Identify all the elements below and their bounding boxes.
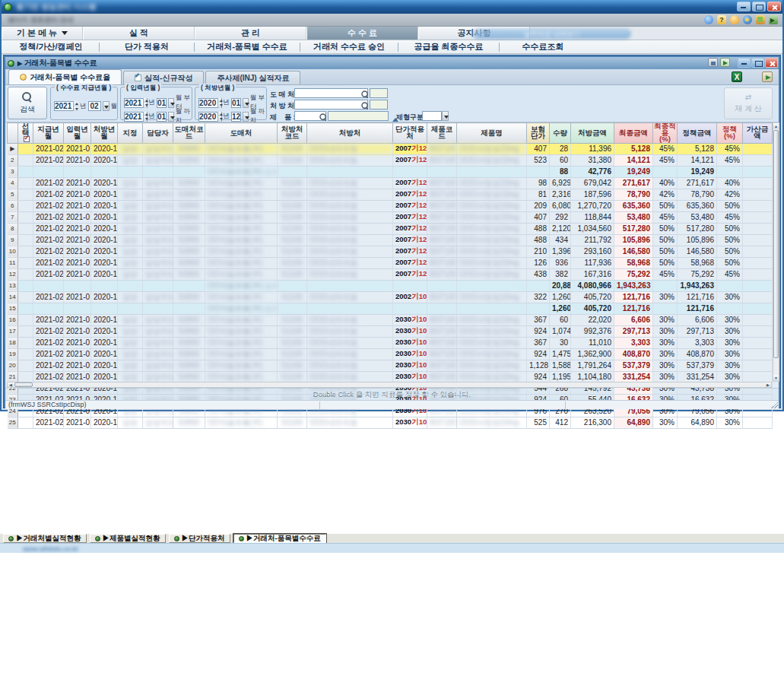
- column-header-3[interactable]: 입력년월: [64, 123, 91, 144]
- row-select-checkbox[interactable]: [18, 280, 33, 291]
- theme-icon[interactable]: [756, 15, 765, 24]
- help-icon[interactable]: ?: [717, 15, 726, 24]
- pay-month-select[interactable]: 02: [88, 101, 101, 111]
- grid-row-3[interactable]: 3OO약품유통(주) 소계8842,77619,24919,249: [8, 166, 773, 177]
- taskbar-button-3[interactable]: ▶단가적용처: [169, 534, 230, 543]
- search-button[interactable]: 검색: [8, 87, 47, 119]
- column-header-21[interactable]: 가산금액: [743, 123, 773, 144]
- row-select-checkbox[interactable]: [18, 314, 33, 325]
- pay-month-dropdown-icon[interactable]: [103, 101, 110, 111]
- rx-from-month-select[interactable]: 01: [231, 98, 241, 108]
- column-header-19[interactable]: 정책금액: [678, 123, 717, 144]
- form-tab-3[interactable]: 주사제(INJ) 실적자료: [205, 71, 300, 84]
- column-header-2[interactable]: 지급년월: [33, 123, 64, 144]
- row-select-checkbox[interactable]: [18, 291, 33, 303]
- quick-action-button[interactable]: 실적자료 내려받기: [473, 29, 631, 39]
- submenu-item-1[interactable]: 정책/가산/캠페인: [5, 41, 97, 52]
- row-select-checkbox[interactable]: [18, 200, 33, 211]
- grid-row-4[interactable]: 42021-022021-012020-12일반담당자명50890OO약품유통(…: [8, 177, 773, 189]
- column-header-9[interactable]: 처방처코드: [278, 123, 307, 144]
- column-header-15[interactable]: 수량: [550, 123, 571, 144]
- maximize-button[interactable]: [752, 2, 766, 11]
- recalculate-button[interactable]: ⇄ 재 계 산: [724, 87, 773, 119]
- row-select-checkbox[interactable]: [18, 268, 33, 280]
- column-header-14[interactable]: 보험단가: [527, 123, 550, 144]
- grid-row-18[interactable]: 182021-022021-012020-12일반담당자명50890OO약품유통…: [8, 337, 773, 348]
- grid-row-5[interactable]: 52021-022021-012020-12일반담당자명50890OO약품유통(…: [8, 189, 773, 200]
- column-header-16[interactable]: 처방금액: [571, 123, 614, 144]
- excel-icon[interactable]: X: [732, 71, 742, 82]
- rx-to-dropdown-icon[interactable]: [243, 112, 248, 122]
- column-header-1[interactable]: 선택: [18, 123, 33, 144]
- exit-icon[interactable]: [769, 15, 778, 24]
- product-search-icon[interactable]: [319, 113, 324, 118]
- prescriber-name-field[interactable]: [370, 100, 388, 109]
- vertical-scrollbar[interactable]: ▲ ▼: [773, 122, 779, 382]
- grid-row-6[interactable]: 62021-022021-012020-12일반담당자명50890OO약품유통(…: [8, 200, 773, 211]
- grid-row-19[interactable]: 192021-022021-012020-12일반담당자명50890OO약품유통…: [8, 348, 773, 360]
- grid-row-16[interactable]: 162021-022021-012020-12일반담당자명50890OO약품유통…: [8, 314, 773, 325]
- menu-tab-2[interactable]: 실 적: [83, 27, 195, 40]
- row-select-checkbox[interactable]: [18, 360, 33, 371]
- row-select-checkbox[interactable]: [18, 143, 33, 154]
- close-form-icon[interactable]: [762, 71, 773, 82]
- horizontal-scroll-thumb[interactable]: [14, 382, 33, 387]
- column-header-13[interactable]: 제품명: [457, 123, 527, 144]
- grid-row-25[interactable]: 252021-022021-012020-12일반담당자명50890OO약품유통…: [8, 417, 773, 428]
- grid-row-7[interactable]: 72021-022021-012020-12일반담당자명50890OO약품유통(…: [8, 211, 773, 223]
- column-header-12[interactable]: 제품코드: [427, 123, 457, 144]
- grid-row-12[interactable]: 122021-022021-012020-12일반담당자명50890OO약품유통…: [8, 268, 773, 280]
- submenu-item-3[interactable]: 거래처-품목별 수수료: [196, 41, 298, 52]
- submenu-item-6[interactable]: 수수료조회: [501, 41, 585, 52]
- column-header-8[interactable]: 도매처: [205, 123, 278, 144]
- menu-tab-3[interactable]: 관 리: [195, 27, 306, 40]
- menu-tab-1[interactable]: 기 본 메 뉴: [2, 27, 83, 40]
- prescriber-search-icon[interactable]: [361, 102, 366, 106]
- product-name-field[interactable]: [328, 111, 389, 121]
- input-to-month-select[interactable]: 01: [157, 112, 167, 122]
- product-input[interactable]: [294, 111, 326, 121]
- grid-row-10[interactable]: 102021-022021-012020-12일반담당자명50890OO약품유통…: [8, 246, 773, 257]
- submenu-item-5[interactable]: 공급율 최종수수료: [400, 41, 497, 52]
- column-header-10[interactable]: 처방처: [307, 123, 393, 144]
- grid-row-15[interactable]: 15OO약품유통(주) 소계1,260405,720121,716121,716: [8, 303, 773, 314]
- rx-from-dropdown-icon[interactable]: [243, 98, 248, 108]
- wholesaler-search-icon[interactable]: [361, 90, 366, 95]
- row-select-checkbox[interactable]: [18, 177, 33, 189]
- scroll-left-icon[interactable]: ◀: [8, 382, 14, 387]
- submenu-item-4[interactable]: 거래처 수수료 승인: [302, 41, 396, 52]
- globe-icon[interactable]: [743, 15, 752, 24]
- form-type-select[interactable]: [422, 111, 442, 121]
- minimize-button[interactable]: [737, 2, 751, 11]
- wholesaler-input[interactable]: [294, 88, 368, 98]
- row-select-checkbox[interactable]: [18, 417, 33, 428]
- input-from-dropdown-icon[interactable]: [168, 98, 173, 108]
- taskbar-button-2[interactable]: ▶제품별실적현황: [90, 534, 166, 543]
- input-from-month-select[interactable]: 01: [157, 98, 167, 108]
- grid-row-17[interactable]: 172021-022021-012020-12일반담당자명50890OO약품유통…: [8, 325, 773, 337]
- grid-row-8[interactable]: 82021-022021-012020-12일반담당자명50890OO약품유통(…: [8, 223, 773, 234]
- row-select-checkbox[interactable]: [18, 371, 33, 382]
- vertical-scroll-thumb[interactable]: [773, 130, 779, 358]
- row-select-checkbox[interactable]: [18, 234, 33, 246]
- row-select-checkbox[interactable]: [18, 246, 33, 257]
- column-header-6[interactable]: 담당자: [143, 123, 173, 144]
- export-icon[interactable]: [720, 58, 730, 67]
- submenu-item-2[interactable]: 단가 적용처: [101, 41, 192, 52]
- column-header-20[interactable]: 정책 (%): [717, 123, 743, 144]
- form-tab-1[interactable]: 거래처-품목별 수수료율: [8, 69, 122, 84]
- row-select-checkbox[interactable]: [18, 348, 33, 360]
- scroll-down-icon[interactable]: ▼: [773, 375, 779, 381]
- form-minimize-button[interactable]: [738, 58, 751, 68]
- column-header-17[interactable]: 최종금액: [614, 123, 653, 144]
- refresh-icon[interactable]: [704, 15, 713, 24]
- row-select-checkbox[interactable]: [18, 154, 33, 166]
- close-button[interactable]: [767, 2, 781, 11]
- scroll-up-icon[interactable]: ▲: [773, 123, 779, 129]
- grid-row-11[interactable]: 112021-022021-012020-12일반담당자명50890OO약품유통…: [8, 257, 773, 268]
- grid-row-▶[interactable]: ▶2021-022021-012020-12일반담당자명50890OO약품유통(…: [8, 143, 773, 154]
- rx-to-month-select[interactable]: 12: [231, 112, 241, 122]
- form-tab-2[interactable]: 실적-신규작성: [123, 71, 204, 84]
- row-select-checkbox[interactable]: [18, 337, 33, 348]
- grid-row-9[interactable]: 92021-022021-012020-12일반담당자명50890OO약품유통(…: [8, 234, 773, 246]
